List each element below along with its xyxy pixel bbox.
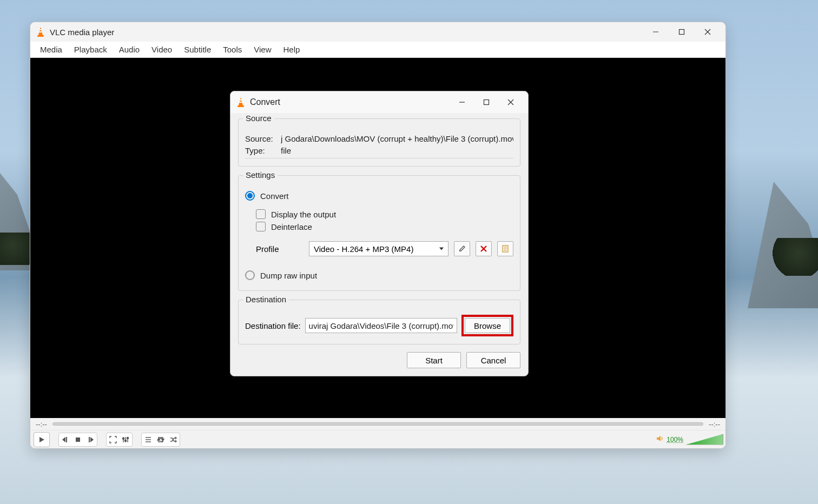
convert-dialog: Convert Source Source: j Godara\Download… bbox=[230, 91, 529, 376]
dialog-close-button[interactable] bbox=[499, 94, 523, 110]
svg-marker-24 bbox=[239, 97, 243, 105]
edit-profile-button[interactable] bbox=[454, 241, 470, 256]
display-output-checkbox[interactable] bbox=[256, 209, 266, 219]
playlist-button[interactable] bbox=[142, 434, 154, 446]
destination-input[interactable] bbox=[305, 318, 457, 333]
deinterlace-checkbox[interactable] bbox=[256, 222, 266, 231]
svg-rect-13 bbox=[89, 437, 90, 442]
settings-group: Settings Convert Display the output Dein… bbox=[238, 175, 520, 291]
volume-slider[interactable] bbox=[685, 434, 723, 445]
speaker-icon[interactable] bbox=[656, 434, 664, 445]
minimize-button[interactable] bbox=[643, 24, 668, 40]
dialog-titlebar[interactable]: Convert bbox=[230, 91, 528, 113]
new-profile-button[interactable] bbox=[497, 241, 513, 256]
menu-tools[interactable]: Tools bbox=[217, 43, 247, 56]
display-output-label: Display the output bbox=[271, 210, 336, 219]
menubar: Media Playback Audio Video Subtitle Tool… bbox=[30, 42, 725, 58]
svg-rect-27 bbox=[238, 105, 244, 107]
deinterlace-label: Deinterlace bbox=[271, 222, 312, 231]
shuffle-button[interactable] bbox=[167, 434, 179, 446]
vlc-cone-icon bbox=[236, 97, 246, 108]
maximize-button[interactable] bbox=[669, 24, 694, 40]
svg-rect-11 bbox=[76, 437, 80, 442]
svg-rect-25 bbox=[240, 100, 242, 101]
menu-view[interactable]: View bbox=[248, 43, 276, 56]
svg-marker-0 bbox=[38, 27, 43, 35]
play-button[interactable] bbox=[34, 432, 50, 447]
svg-marker-8 bbox=[39, 437, 44, 442]
seek-slider[interactable] bbox=[52, 422, 703, 426]
svg-rect-3 bbox=[37, 35, 44, 37]
svg-point-18 bbox=[125, 440, 127, 441]
loop-button[interactable] bbox=[155, 434, 167, 446]
browse-button[interactable]: Browse bbox=[465, 318, 510, 333]
next-button[interactable] bbox=[84, 434, 96, 446]
destination-group-label: Destination bbox=[243, 295, 289, 304]
svg-rect-10 bbox=[66, 437, 67, 442]
delete-profile-button[interactable] bbox=[476, 241, 492, 256]
time-elapsed: --:-- bbox=[36, 420, 47, 428]
svg-marker-12 bbox=[90, 437, 94, 442]
start-button[interactable]: Start bbox=[407, 352, 461, 368]
convert-radio-label: Convert bbox=[260, 191, 289, 201]
vlc-cone-icon bbox=[36, 26, 45, 37]
profile-label: Profile bbox=[256, 244, 304, 254]
svg-marker-23 bbox=[657, 436, 661, 441]
profile-select[interactable]: Video - H.264 + MP3 (MP4) bbox=[309, 241, 448, 256]
source-value: j Godara\Downloads\MOV (corrupt + health… bbox=[281, 134, 513, 143]
time-total: --:-- bbox=[709, 420, 720, 428]
svg-marker-9 bbox=[62, 437, 65, 442]
cancel-button[interactable]: Cancel bbox=[466, 352, 520, 368]
svg-point-32 bbox=[459, 250, 460, 251]
dump-raw-label: Dump raw input bbox=[260, 271, 317, 280]
main-titlebar[interactable]: VLC media player bbox=[30, 22, 725, 42]
controls-bar: 100% bbox=[30, 430, 725, 448]
close-button[interactable] bbox=[695, 24, 720, 40]
source-label: Source: bbox=[245, 134, 275, 143]
type-value: file bbox=[281, 146, 513, 155]
source-group-label: Source bbox=[243, 114, 274, 123]
type-label: Type: bbox=[245, 146, 275, 155]
menu-playback[interactable]: Playback bbox=[69, 43, 113, 56]
menu-subtitle[interactable]: Subtitle bbox=[179, 43, 216, 56]
fullscreen-button[interactable] bbox=[107, 434, 119, 446]
svg-rect-5 bbox=[680, 30, 684, 35]
svg-rect-1 bbox=[39, 29, 42, 30]
svg-rect-2 bbox=[39, 31, 42, 32]
menu-help[interactable]: Help bbox=[278, 43, 306, 56]
menu-video[interactable]: Video bbox=[146, 43, 177, 56]
svg-point-17 bbox=[123, 437, 124, 439]
dialog-title: Convert bbox=[250, 97, 450, 107]
stop-button[interactable] bbox=[72, 434, 84, 446]
statusbar: --:-- --:-- bbox=[30, 418, 725, 430]
profile-select-value: Video - H.264 + MP3 (MP4) bbox=[314, 244, 413, 254]
menu-audio[interactable]: Audio bbox=[114, 43, 145, 56]
dialog-minimize-button[interactable] bbox=[450, 94, 474, 110]
svg-rect-29 bbox=[484, 100, 489, 105]
previous-button[interactable] bbox=[60, 434, 71, 446]
destination-label: Destination file: bbox=[245, 321, 301, 330]
main-title: VLC media player bbox=[50, 28, 643, 37]
dump-raw-radio[interactable] bbox=[245, 270, 255, 280]
browse-highlight: Browse bbox=[461, 315, 513, 336]
convert-radio[interactable] bbox=[245, 191, 255, 201]
destination-group: Destination Destination file: Browse bbox=[238, 300, 520, 344]
settings-group-label: Settings bbox=[243, 170, 278, 180]
svg-rect-26 bbox=[239, 102, 242, 103]
extended-settings-button[interactable] bbox=[120, 434, 131, 446]
volume-percent[interactable]: 100% bbox=[667, 436, 683, 443]
dialog-maximize-button[interactable] bbox=[474, 94, 498, 110]
menu-media[interactable]: Media bbox=[35, 43, 68, 56]
source-group: Source Source: j Godara\Downloads\MOV (c… bbox=[238, 118, 520, 167]
svg-point-19 bbox=[127, 437, 129, 439]
